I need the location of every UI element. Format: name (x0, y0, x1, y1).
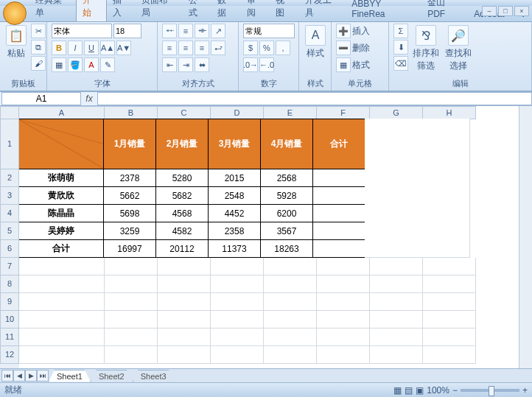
copy-button[interactable]: ⧉ (31, 40, 46, 55)
shrink-font-button[interactable]: A▼ (116, 41, 131, 55)
cell[interactable] (423, 311, 476, 329)
cell[interactable] (105, 275, 158, 293)
tab-nav-last[interactable]: ⏭ (37, 370, 49, 382)
cell[interactable]: 6200 (260, 204, 313, 222)
cell[interactable] (105, 329, 158, 346)
merge-button[interactable]: ⬌ (195, 57, 209, 72)
increase-decimal-button[interactable]: .0→ (243, 57, 258, 72)
view-normal-icon[interactable]: ▦ (393, 385, 402, 396)
cell[interactable] (370, 311, 423, 329)
tab-nav-next[interactable]: ▶ (25, 370, 37, 382)
cell[interactable] (317, 311, 370, 329)
delete-cells-button[interactable]: ➖ (336, 41, 351, 55)
cell[interactable]: 5280 (155, 169, 209, 187)
cell[interactable]: 4452 (208, 204, 261, 222)
cell[interactable]: 3259 (103, 222, 156, 240)
phonetic-button[interactable]: ✎ (100, 57, 115, 72)
cell[interactable] (19, 119, 104, 169)
cell[interactable]: 合计 (19, 239, 104, 258)
cell[interactable] (19, 275, 105, 293)
select-all-corner[interactable] (0, 106, 19, 119)
cell[interactable] (417, 186, 470, 205)
cell[interactable] (423, 258, 476, 275)
paste-button[interactable]: 📋粘贴 (4, 24, 28, 61)
cell[interactable] (264, 329, 317, 346)
cell[interactable] (158, 275, 211, 293)
bold-button[interactable]: B (52, 41, 66, 55)
fill-button[interactable]: ⬇ (393, 40, 408, 55)
cell[interactable] (417, 239, 470, 258)
row-header[interactable]: 4 (0, 205, 19, 222)
col-header[interactable]: D (211, 106, 264, 119)
align-bottom-button[interactable]: ⬲ (195, 24, 209, 38)
cell[interactable] (19, 329, 105, 346)
zoom-out-button[interactable]: − (452, 385, 458, 396)
cell[interactable]: 2358 (208, 222, 261, 240)
cell[interactable] (264, 258, 317, 275)
number-format-select[interactable] (243, 24, 295, 38)
cell[interactable] (158, 258, 211, 275)
cell[interactable] (158, 329, 211, 346)
cell[interactable]: 4568 (155, 204, 209, 222)
align-left-button[interactable]: ≡ (162, 41, 177, 55)
row-header[interactable]: 2 (0, 169, 19, 187)
cell[interactable]: 16997 (103, 239, 156, 258)
cell[interactable]: 2月销量 (155, 119, 209, 169)
cell[interactable]: 3567 (260, 222, 313, 240)
restore-button[interactable]: □ (498, 6, 513, 16)
tab-review[interactable]: 审阅 (241, 0, 270, 21)
cell[interactable]: 5928 (260, 186, 313, 205)
cell[interactable]: 陈晶晶 (19, 204, 104, 222)
cell[interactable] (312, 204, 365, 222)
tab-insert[interactable]: 插入 (107, 0, 136, 21)
cell[interactable]: 5662 (103, 186, 156, 205)
styles-button[interactable]: A样式 (304, 24, 327, 61)
cell[interactable] (370, 329, 423, 346)
cell[interactable]: 合计 (312, 119, 365, 169)
cell[interactable]: 黄欣欣 (19, 186, 104, 205)
view-pagebreak-icon[interactable]: ▣ (416, 385, 424, 396)
underline-button[interactable]: U (84, 41, 99, 55)
cell[interactable]: 18263 (260, 239, 313, 258)
cell[interactable]: 4月销量 (260, 119, 313, 169)
tab-dev[interactable]: 开发工具 (299, 0, 346, 21)
cell[interactable] (312, 169, 365, 187)
row-header[interactable]: 10 (0, 311, 19, 329)
cell[interactable] (370, 275, 423, 293)
wrap-text-button[interactable]: ⮐ (211, 41, 225, 55)
cell[interactable] (417, 222, 470, 240)
cell[interactable] (211, 311, 264, 329)
cell[interactable] (211, 346, 264, 364)
cell[interactable] (365, 186, 418, 205)
tab-classic[interactable]: 经典菜单 (29, 0, 76, 21)
row-header[interactable]: 9 (0, 293, 19, 311)
cell[interactable] (365, 119, 418, 169)
cell[interactable] (19, 346, 105, 364)
cut-button[interactable]: ✂ (31, 24, 46, 38)
cell[interactable]: 2378 (103, 169, 156, 187)
cell[interactable]: 吴婷婷 (19, 222, 104, 240)
cell[interactable]: 张萌萌 (19, 169, 104, 187)
row-header[interactable]: 7 (0, 258, 19, 275)
cell[interactable] (417, 169, 470, 187)
cell[interactable] (312, 186, 365, 205)
close-button[interactable]: × (514, 6, 529, 16)
zoom-in-button[interactable]: + (522, 385, 528, 396)
comma-button[interactable]: , (276, 41, 290, 55)
col-header[interactable]: A (19, 106, 105, 119)
sheet-tab[interactable]: Sheet2 (91, 370, 133, 382)
tab-formula[interactable]: 公式 (183, 0, 212, 21)
insert-cells-button[interactable]: ➕ (336, 24, 351, 38)
cell[interactable] (19, 293, 105, 311)
cell[interactable] (317, 275, 370, 293)
cell[interactable] (423, 293, 476, 311)
sheet-tab[interactable]: Sheet3 (133, 370, 175, 382)
tab-nav-first[interactable]: ⏮ (1, 370, 13, 382)
cell[interactable] (417, 119, 470, 169)
cell[interactable]: 3月销量 (208, 119, 261, 169)
border-button[interactable]: ▦ (52, 57, 66, 72)
row-header[interactable]: 5 (0, 222, 19, 240)
fill-color-button[interactable]: 🪣 (68, 57, 83, 72)
cell[interactable] (158, 311, 211, 329)
decrease-indent-button[interactable]: ⇤ (162, 57, 177, 72)
